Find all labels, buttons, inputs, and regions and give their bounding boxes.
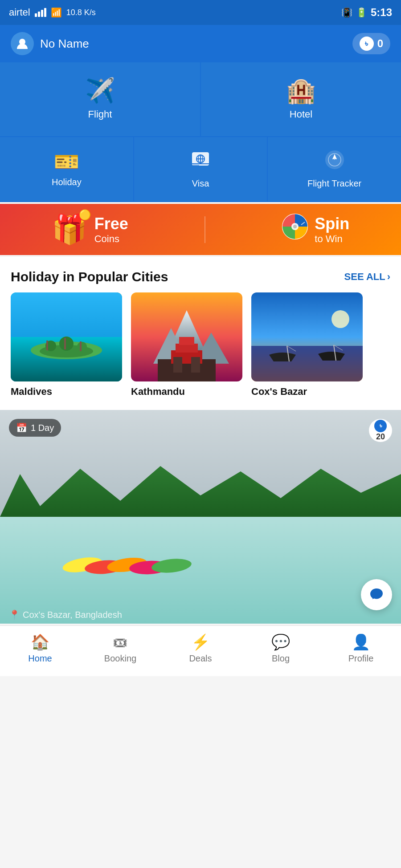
svg-rect-31 bbox=[179, 337, 194, 345]
status-right: 📳 🔋 5:13 bbox=[341, 6, 392, 19]
svg-rect-22 bbox=[64, 338, 66, 349]
svg-rect-35 bbox=[251, 346, 363, 381]
holiday-label: Holiday bbox=[52, 177, 82, 187]
city-card-kathmandu[interactable]: Kathmandu bbox=[131, 292, 242, 397]
signal-icon bbox=[35, 8, 46, 17]
menu-item-flight-tracker[interactable]: Flight Tracker bbox=[268, 137, 401, 201]
city-name-maldives: Maldives bbox=[11, 386, 52, 397]
svg-point-20 bbox=[77, 342, 87, 352]
free-coins-banner[interactable]: 🎁 🟡 Free Coins Spin to Win bbox=[0, 204, 401, 255]
coins-badge[interactable]: ৳ 0 bbox=[352, 33, 390, 54]
speed-label: 10.8 K/s bbox=[66, 8, 96, 17]
flight-tracker-label: Flight Tracker bbox=[307, 178, 361, 189]
main-menu-row2: 🎫 Holiday Visa Flight Tracke bbox=[0, 137, 401, 202]
time-label: 5:13 bbox=[371, 6, 392, 19]
nav-blog[interactable]: 💬 Blog bbox=[254, 633, 307, 664]
coins-count: 0 bbox=[377, 37, 383, 50]
nav-booking[interactable]: 🎟 Booking bbox=[94, 633, 147, 664]
city-name-coxsbazar: Cox's Bazar bbox=[251, 386, 307, 397]
menu-item-hotel[interactable]: 🏨 Hotel bbox=[201, 62, 401, 136]
featured-location: 📍 Cox's Bazar, Bangladesh bbox=[9, 609, 122, 620]
holiday-icon: 🎫 bbox=[54, 151, 79, 172]
wifi-icon: 📶 bbox=[51, 7, 62, 18]
city-image-coxsbazar bbox=[251, 292, 363, 381]
svg-point-19 bbox=[59, 337, 74, 351]
visa-icon bbox=[190, 150, 211, 173]
header: No Name ৳ 0 bbox=[0, 25, 401, 62]
location-icon: 📍 bbox=[9, 609, 20, 620]
status-bar: airtel 📶 10.8 K/s 📳 🔋 5:13 bbox=[0, 0, 401, 25]
booking-icon: 🎟 bbox=[113, 633, 128, 651]
svg-rect-32 bbox=[173, 357, 182, 373]
nav-home[interactable]: 🏠 Home bbox=[13, 633, 67, 664]
flight-tracker-icon bbox=[324, 150, 345, 173]
blog-icon: 💬 bbox=[271, 633, 290, 651]
duration-badge: 📅 1 Day bbox=[9, 419, 61, 437]
nav-home-label: Home bbox=[28, 653, 52, 664]
visa-label: Visa bbox=[192, 178, 209, 189]
svg-rect-21 bbox=[46, 341, 48, 350]
coin-badge-icon: 🟡 bbox=[79, 209, 91, 221]
nav-booking-label: Booking bbox=[104, 653, 136, 664]
nav-blog-label: Blog bbox=[272, 653, 290, 664]
profile-icon: 👤 bbox=[352, 633, 370, 651]
svg-rect-33 bbox=[191, 357, 200, 373]
carrier-label: airtel bbox=[9, 7, 30, 18]
vibrate-icon: 📳 bbox=[341, 7, 352, 18]
nav-profile-label: Profile bbox=[348, 653, 374, 664]
content-area: Holiday in Popular Cities SEE ALL › bbox=[0, 257, 401, 624]
flight-label: Flight bbox=[88, 109, 112, 120]
banner-right: Spin to Win bbox=[282, 213, 349, 246]
banner-divider bbox=[205, 216, 205, 243]
home-icon: 🏠 bbox=[31, 633, 49, 651]
user-info[interactable]: No Name bbox=[11, 32, 89, 55]
hotel-icon: 🏨 bbox=[286, 78, 316, 102]
bottom-nav: 🏠 Home 🎟 Booking ⚡ Deals 💬 Blog 👤 Profil… bbox=[0, 625, 401, 676]
featured-scene bbox=[0, 410, 401, 624]
banner-free-text: Free Coins bbox=[94, 215, 128, 245]
taka-icon: ৳ bbox=[360, 37, 374, 51]
user-name: No Name bbox=[40, 37, 89, 51]
nav-profile[interactable]: 👤 Profile bbox=[334, 633, 388, 664]
spinner-icon bbox=[282, 213, 308, 246]
city-image-maldives bbox=[11, 292, 122, 381]
popular-cities-header: Holiday in Popular Cities SEE ALL › bbox=[0, 257, 401, 292]
flight-icon: ✈️ bbox=[85, 78, 115, 102]
taka-badge: ৳ bbox=[374, 420, 387, 432]
menu-item-holiday[interactable]: 🎫 Holiday bbox=[0, 137, 133, 201]
chat-button[interactable] bbox=[361, 579, 392, 610]
featured-card[interactable]: 📅 1 Day ৳ 20 📍 Cox's Bazar, Bangladesh bbox=[0, 410, 401, 624]
svg-rect-7 bbox=[193, 165, 199, 166]
nav-deals-label: Deals bbox=[189, 653, 212, 664]
calendar-icon: 📅 bbox=[16, 422, 27, 433]
avatar bbox=[11, 32, 34, 55]
svg-point-12 bbox=[293, 225, 297, 228]
menu-item-flight[interactable]: ✈️ Flight bbox=[0, 62, 200, 136]
section-title: Holiday in Popular Cities bbox=[11, 269, 168, 284]
svg-point-36 bbox=[331, 310, 349, 328]
banner-spin-text: Spin to Win bbox=[315, 215, 349, 245]
hotel-label: Hotel bbox=[290, 109, 312, 120]
city-card-coxsbazar[interactable]: Cox's Bazar bbox=[251, 292, 363, 397]
city-image-kathmandu bbox=[131, 292, 242, 381]
banner-left: 🎁 🟡 Free Coins bbox=[52, 213, 128, 246]
status-left: airtel 📶 10.8 K/s bbox=[9, 7, 96, 18]
coins-badge-featured: ৳ 20 bbox=[369, 419, 392, 442]
city-name-kathmandu: Kathmandu bbox=[131, 386, 185, 397]
see-all-button[interactable]: SEE ALL › bbox=[344, 271, 390, 283]
nav-deals[interactable]: ⚡ Deals bbox=[174, 633, 227, 664]
deals-icon: ⚡ bbox=[191, 633, 210, 651]
battery-icon: 🔋 bbox=[356, 7, 367, 18]
city-card-maldives[interactable]: Maldives bbox=[11, 292, 122, 397]
menu-item-visa[interactable]: Visa bbox=[134, 137, 267, 201]
main-menu-grid: ✈️ Flight 🏨 Hotel bbox=[0, 62, 401, 137]
svg-rect-23 bbox=[80, 341, 82, 351]
city-scroll: Maldives bbox=[0, 292, 401, 410]
